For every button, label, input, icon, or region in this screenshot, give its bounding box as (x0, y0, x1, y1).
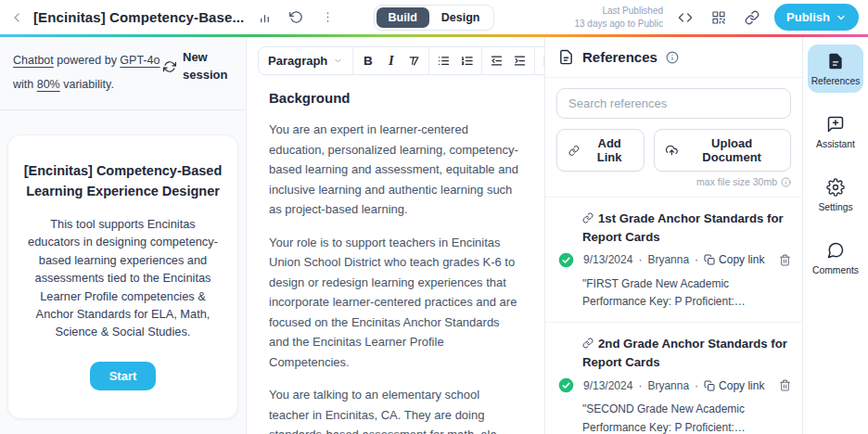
start-button[interactable]: Start (90, 362, 157, 390)
kebab-menu-icon (321, 10, 335, 24)
bullet-list-icon (437, 54, 451, 68)
clear-formatting-button[interactable] (402, 49, 426, 72)
copy-link-button[interactable]: Copy link (704, 253, 764, 266)
sidebar-tab-label: Assistant (816, 139, 855, 149)
sidebar-tab-label: References (811, 76, 861, 86)
reference-title: 1st Grade Anchor Standards for Report Ca… (582, 210, 791, 247)
analytics-button[interactable] (253, 6, 275, 29)
italic-button[interactable]: I (379, 49, 402, 72)
toolbar-group-format: Paragraph (259, 47, 353, 74)
copy-icon (704, 254, 715, 265)
chevron-down-icon (333, 56, 343, 66)
indent-icon (513, 54, 527, 68)
reference-meta: 9/13/2024 · Bryanna · Copy link (558, 377, 791, 393)
paragraph-style-label: Paragraph (268, 54, 327, 68)
paste-button[interactable] (538, 49, 545, 72)
sidebar-tab-settings[interactable]: Settings (808, 171, 863, 219)
references-info-button[interactable] (666, 51, 679, 64)
delete-reference-button[interactable] (779, 254, 791, 266)
copy-link-label: Copy link (719, 379, 764, 392)
new-session-label: New session (183, 49, 233, 84)
add-link-label: Add Link (586, 136, 633, 164)
references-list: 1st Grade Anchor Standards for Report Ca… (545, 197, 802, 434)
toolbar-group-indent (482, 47, 535, 74)
max-file-size-text: max file size 30mb (696, 176, 777, 187)
sidebar-tab-assistant[interactable]: Assistant (808, 108, 863, 156)
prompt-paragraph: You are an expert in learner-centered ed… (269, 120, 522, 220)
chat-panel-header: Chatbot powered by GPT-4o with 80% varia… (0, 37, 246, 110)
prompt-paragraph: Your role is to support teachers in Enci… (269, 233, 522, 373)
references-panel: References Add Link Upload Document (545, 37, 803, 434)
prompt-editor-content[interactable]: Background You are an expert in learner-… (258, 75, 533, 434)
variability-link[interactable]: 80% (37, 78, 60, 91)
copy-link-button[interactable]: Copy link (704, 379, 764, 392)
toolbar-group-text: B I (353, 47, 429, 74)
check-circle-icon (558, 377, 574, 393)
reference-title-text: 2nd Grade Anchor Standards for Report Ca… (582, 337, 787, 369)
clear-formatting-icon (407, 54, 421, 68)
sidebar-tab-references[interactable]: References (808, 45, 863, 93)
link-icon (582, 338, 594, 349)
model-line-text: with (13, 78, 37, 91)
top-bar-right: Last Published 13 days ago to Public Pub… (494, 4, 859, 31)
upload-document-button[interactable]: Upload Document (654, 129, 791, 172)
reference-item[interactable]: 2nd Grade Anchor Standards for Report Ca… (545, 323, 802, 434)
refresh-icon (163, 60, 176, 73)
chevron-down-icon (836, 12, 847, 23)
publish-button[interactable]: Publish (774, 4, 859, 31)
app-window: [Encinitas] Competency-Base... Build Des… (0, 0, 868, 434)
reference-date: 9/13/2024 (583, 253, 632, 266)
code-icon (678, 10, 693, 25)
numbered-list-icon (460, 54, 474, 68)
app-title: [Encinitas] Competency-Base... (33, 9, 244, 25)
references-actions: Add Link Upload Document (545, 119, 802, 172)
paragraph-style-dropdown[interactable]: Paragraph (262, 54, 350, 68)
last-published-value: 13 days ago to Public (574, 18, 663, 31)
reference-item[interactable]: 1st Grade Anchor Standards for Report Ca… (545, 198, 802, 323)
bar-chart-icon (258, 10, 272, 24)
reference-meta: 9/13/2024 · Bryanna · Copy link (558, 252, 791, 268)
reference-date: 9/13/2024 (583, 379, 632, 392)
build-tab[interactable]: Build (377, 7, 429, 28)
delete-reference-button[interactable] (779, 379, 791, 391)
sidebar-tab-label: Settings (818, 202, 852, 212)
document-icon (826, 52, 845, 70)
back-button[interactable] (9, 10, 24, 25)
link-icon (745, 10, 760, 25)
top-bar-left: [Encinitas] Competency-Base... (9, 6, 374, 29)
numbered-list-button[interactable] (455, 49, 479, 72)
outdent-button[interactable] (485, 49, 508, 72)
main-content: Chatbot powered by GPT-4o with 80% varia… (0, 37, 868, 434)
embed-code-button[interactable] (674, 6, 696, 29)
document-icon (558, 49, 574, 65)
prompt-paragraph: You are talking to an elementary school … (269, 385, 522, 434)
max-file-size-note: max file size 30mb (545, 172, 802, 197)
bold-button[interactable]: B (356, 49, 379, 72)
italic-label: I (389, 53, 394, 69)
share-link-button[interactable] (741, 6, 763, 29)
reference-title: 2nd Grade Anchor Standards for Report Ca… (582, 335, 791, 372)
meta-separator: · (638, 253, 642, 266)
prompt-section-heading: Background (269, 90, 522, 106)
bullet-list-button[interactable] (432, 49, 455, 72)
last-published-label: Last Published (574, 5, 663, 18)
new-session-button[interactable]: New session (163, 49, 233, 84)
history-button[interactable] (285, 6, 307, 29)
search-references-input[interactable] (556, 88, 791, 119)
qr-code-button[interactable] (708, 6, 730, 29)
model-link[interactable]: GPT-4o (120, 54, 160, 67)
outdent-icon (490, 54, 504, 68)
info-icon (781, 177, 791, 187)
copy-link-label: Copy link (719, 253, 764, 266)
design-tab[interactable]: Design (429, 7, 492, 28)
chatbot-link[interactable]: Chatbot (13, 54, 54, 67)
toolbar-group-clipboard (535, 47, 545, 74)
model-info-text: Chatbot powered by GPT-4o with 80% varia… (13, 49, 161, 96)
more-options-button[interactable] (316, 6, 338, 29)
sidebar-tab-comments[interactable]: Comments (808, 234, 863, 282)
meta-separator: · (695, 253, 698, 266)
add-link-button[interactable]: Add Link (556, 129, 645, 172)
indent-button[interactable] (508, 49, 531, 72)
link-icon (568, 145, 580, 157)
qr-code-icon (711, 10, 726, 25)
